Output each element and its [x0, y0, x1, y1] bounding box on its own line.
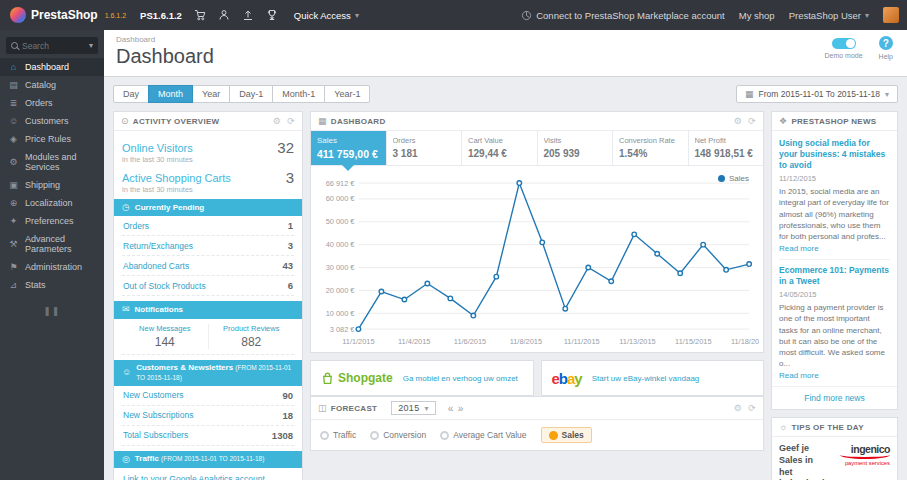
ebay-logo: ebay: [552, 370, 582, 387]
dashboard-panel-icon: ▦: [318, 116, 327, 126]
new-messages-cell[interactable]: New Messages 144: [122, 324, 208, 349]
sidebar-collapse-button[interactable]: ❚❚: [0, 306, 104, 316]
sidebar-search[interactable]: ▾: [6, 37, 98, 54]
pending-row-orders[interactable]: Orders1: [122, 216, 294, 236]
news-article-date: 14/05/2015: [779, 290, 890, 299]
customers-row-new-customers[interactable]: New Customers90: [122, 386, 294, 406]
pending-row-out-of-stock[interactable]: Out of Stock Products6: [122, 276, 294, 296]
demo-mode-control: Demo mode: [824, 36, 862, 60]
filter-year-button[interactable]: Year: [192, 85, 230, 103]
prestashop-logo[interactable]: PrestaShop 1.6.1.2: [0, 7, 136, 23]
shopping-bag-icon: [321, 372, 334, 385]
sidebar-item-advanced-parameters[interactable]: ⚒Advanced Parameters: [0, 230, 104, 258]
demo-mode-toggle[interactable]: [832, 38, 856, 49]
shopgate-link[interactable]: Ga mobiel en verhoog uw omzet: [403, 374, 518, 383]
kpi-net-profit[interactable]: Net Profit 148 918,51 €: [689, 131, 764, 165]
sidebar-item-price-rules[interactable]: ◈Price Rules: [0, 130, 104, 148]
trophy-icon[interactable]: [266, 9, 278, 21]
news-article-title[interactable]: Ecommerce 101: Payments in a Tweet: [779, 265, 890, 287]
user-avatar[interactable]: [883, 7, 899, 23]
forecast-legend-traffic[interactable]: Traffic: [320, 430, 356, 440]
sidebar-item-shipping[interactable]: ▣Shipping: [0, 176, 104, 194]
sidebar-item-localization[interactable]: ⊕Localization: [0, 194, 104, 212]
product-reviews-cell[interactable]: Product Reviews 882: [208, 324, 295, 349]
localization-icon: ⊕: [8, 198, 19, 208]
forecast-legend-average-cart-value[interactable]: Average Cart Value: [440, 430, 526, 440]
active-carts-link[interactable]: Active Shopping Carts: [122, 172, 231, 184]
pending-row-abandoned-carts[interactable]: Abandoned Carts43: [122, 256, 294, 276]
user-menu[interactable]: PrestaShop User▾: [789, 10, 869, 21]
shipping-icon: ▣: [8, 180, 19, 190]
mail-icon: ✉: [122, 304, 130, 315]
sidebar-item-label: Customers: [25, 116, 69, 126]
tips-headline: Geef je Sales in het buitenland een Boos…: [779, 443, 829, 480]
sidebar-item-modules[interactable]: ⚙Modules and Services: [0, 148, 104, 176]
chart-legend[interactable]: Sales: [718, 174, 749, 183]
google-analytics-link[interactable]: Link to your Google Analytics account: [122, 468, 294, 480]
filter-month-1-button[interactable]: Month-1: [272, 85, 325, 103]
sidebar-item-orders[interactable]: ≣Orders: [0, 94, 104, 112]
date-range-text: From 2015-11-01 To 2015-11-18: [759, 89, 880, 99]
ebay-link[interactable]: Start uw eBay-winkel vandaag: [592, 374, 700, 383]
find-more-news-link[interactable]: Find more news: [772, 386, 897, 409]
date-range-picker[interactable]: ▦ From 2015-11-01 To 2015-11-18 ▾: [736, 85, 898, 103]
sidebar-item-dashboard[interactable]: ⌂Dashboard: [0, 58, 104, 76]
filter-day-1-button[interactable]: Day-1: [229, 85, 273, 103]
news-article-title[interactable]: Using social media for your business: 4 …: [779, 138, 890, 171]
kpi-sales[interactable]: Sales 411 759,00 €: [311, 131, 387, 165]
toggle-knob: [846, 39, 855, 48]
panel-settings-icon[interactable]: ⚙: [734, 116, 742, 126]
sidebar-item-stats[interactable]: ⊿Stats: [0, 276, 104, 294]
pending-row-returns[interactable]: Return/Exchanges3: [122, 236, 294, 256]
panel-settings-icon[interactable]: ⚙: [273, 116, 281, 126]
forecast-prev-button[interactable]: «: [448, 403, 454, 414]
panel-refresh-icon[interactable]: ⟳: [748, 116, 756, 126]
breadcrumb[interactable]: Dashboard: [116, 35, 895, 44]
marketplace-connect-link[interactable]: Connect to PrestaShop Marketplace accoun…: [521, 10, 725, 21]
quick-access-menu[interactable]: Quick Access▾: [294, 10, 359, 21]
svg-text:20 000 €: 20 000 €: [326, 286, 355, 295]
online-visitors-link[interactable]: Online Visitors: [122, 142, 193, 154]
panel-refresh-icon[interactable]: ⟳: [287, 116, 295, 126]
panel-refresh-icon[interactable]: ⟳: [748, 403, 756, 413]
sidebar-item-label: Advanced Parameters: [25, 234, 96, 254]
tips-of-the-day-panel: ☼ TIPS OF THE DAY Geef je Sales in het b…: [771, 417, 898, 480]
forecast-legend-conversion[interactable]: Conversion: [370, 430, 426, 440]
cart-icon[interactable]: [194, 9, 206, 21]
customers-row-new-subscriptions[interactable]: New Subscriptions18: [122, 406, 294, 426]
sidebar-item-catalog[interactable]: ▤Catalog: [0, 76, 104, 94]
panel-settings-icon[interactable]: ⚙: [734, 403, 742, 413]
forecast-year-select[interactable]: 2015▾: [391, 401, 436, 415]
filter-day-button[interactable]: Day: [113, 85, 149, 103]
read-more-link[interactable]: Read more: [779, 244, 819, 253]
dashboard-icon: ⌂: [8, 62, 19, 72]
kpi-orders[interactable]: Orders 3 181: [387, 131, 463, 165]
kpi-conversion-rate[interactable]: Conversion Rate 1.54%: [613, 131, 689, 165]
help-control[interactable]: ? Help: [879, 36, 893, 60]
upload-icon[interactable]: [242, 9, 254, 21]
sidebar-item-preferences[interactable]: ✦Preferences: [0, 212, 104, 230]
forecast-legend-sales[interactable]: Sales: [541, 427, 592, 443]
customer-icon[interactable]: [218, 9, 230, 21]
kpi-visits[interactable]: Visits 205 939: [538, 131, 614, 165]
filter-month-button[interactable]: Month: [148, 85, 193, 103]
sidebar-item-customers[interactable]: ☺Customers: [0, 112, 104, 130]
sidebar-item-administration[interactable]: ⚑Administration: [0, 258, 104, 276]
sidebar-item-label: Price Rules: [25, 134, 71, 144]
radio-icon: [370, 431, 379, 440]
tips-icon: ☼: [779, 422, 788, 432]
svg-text:11/4/2015: 11/4/2015: [398, 337, 430, 346]
search-input[interactable]: [22, 41, 85, 51]
ebay-banner[interactable]: ebay Start uw eBay-winkel vandaag: [541, 360, 765, 396]
forecast-next-button[interactable]: »: [458, 403, 464, 414]
read-more-link[interactable]: Read more: [779, 371, 819, 380]
sidebar-item-label: Catalog: [25, 80, 56, 90]
kpi-cart-value[interactable]: Cart Value 129,44 €: [462, 131, 538, 165]
caret-down-icon: ▾: [89, 41, 93, 50]
customers-row-total-subscribers[interactable]: Total Subscribers1308: [122, 426, 294, 446]
filter-year-1-button[interactable]: Year-1: [324, 85, 370, 103]
shopgate-banner[interactable]: Shopgate Ga mobiel en verhoog uw omzet: [310, 360, 534, 396]
svg-text:30 000 €: 30 000 €: [326, 263, 355, 272]
help-icon[interactable]: ?: [879, 36, 893, 50]
my-shop-link[interactable]: My shop: [739, 10, 775, 21]
